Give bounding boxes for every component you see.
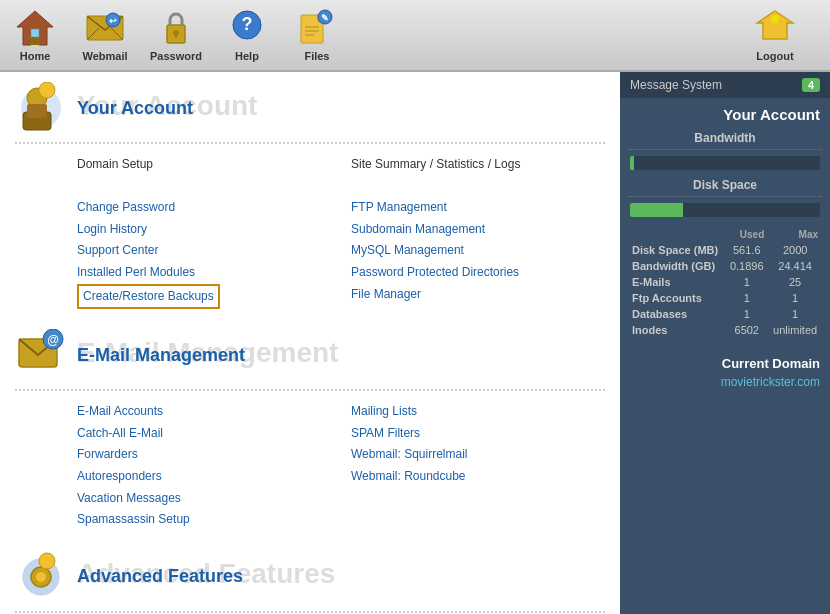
nav-home[interactable]: Home	[10, 8, 60, 62]
stats-row-max: 2000	[768, 242, 822, 258]
stats-row: Ftp Accounts 1 1	[628, 290, 822, 306]
logout-icon	[755, 8, 795, 48]
section-advanced-features: Advanced Features Advanced Features SSL …	[15, 551, 605, 614]
right-sidebar: Message System 4 Your Account Bandwidth …	[620, 72, 830, 614]
content-area: Your Account Your Account Domain Setup C…	[0, 72, 620, 614]
nav-password[interactable]: Password	[150, 8, 202, 62]
section-email-management: @ E-Mail Management E-Mail Management E-…	[15, 329, 605, 531]
message-system-bar: Message System 4	[620, 72, 830, 98]
stats-row-used: 0.1896	[725, 258, 768, 274]
password-icon	[156, 8, 196, 48]
webmail-icon: ↩	[85, 8, 125, 48]
nav-help[interactable]: ? Help	[222, 8, 272, 62]
link-site-summary: Site Summary / Statistics / Logs	[351, 154, 605, 176]
link-change-password[interactable]: Change Password	[77, 200, 175, 214]
stats-header-used: Used	[725, 227, 768, 242]
stats-row-used: 1	[725, 274, 768, 290]
stats-row-label: Ftp Accounts	[628, 290, 725, 306]
your-account-col2: Site Summary / Statistics / Logs FTP Man…	[351, 154, 605, 309]
nav-logout-label: Logout	[756, 50, 793, 62]
diskspace-progress-bar	[630, 203, 820, 217]
link-domain-setup: Domain Setup	[77, 154, 331, 176]
sidebar-your-account-title: Your Account	[620, 98, 830, 127]
stats-row: Disk Space (MB) 561.6 2000	[628, 242, 822, 258]
advanced-features-icon	[15, 551, 67, 603]
link-password-protected[interactable]: Password Protected Directories	[351, 265, 519, 279]
svg-rect-10	[175, 33, 177, 38]
email-col1: E-Mail Accounts Catch-All E-Mail Forward…	[77, 401, 331, 531]
your-account-title-wrap: Your Account Your Account	[77, 98, 193, 119]
nav-files[interactable]: ✎ Files	[292, 8, 342, 62]
email-title-wrap: E-Mail Management E-Mail Management	[77, 345, 245, 366]
your-account-col1: Domain Setup Change Password Login Histo…	[77, 154, 331, 309]
stats-row-label: Databases	[628, 306, 725, 322]
section-header-email: @ E-Mail Management E-Mail Management	[15, 329, 605, 381]
nav-files-label: Files	[304, 50, 329, 62]
link-webmail-roundcube[interactable]: Webmail: Roundcube	[351, 469, 466, 483]
link-spam-filters[interactable]: SPAM Filters	[351, 426, 420, 440]
link-autoresponders[interactable]: Autoresponders	[77, 469, 162, 483]
bandwidth-label: Bandwidth	[628, 127, 822, 150]
nav-logout[interactable]: Logout	[750, 8, 800, 62]
email-links: E-Mail Accounts Catch-All E-Mail Forward…	[15, 401, 605, 531]
stats-row-max: unlimited	[768, 322, 822, 338]
svg-text:↩: ↩	[109, 16, 117, 26]
your-account-title: Your Account	[77, 98, 193, 119]
link-create-restore[interactable]: Create/Restore Backups	[77, 284, 220, 310]
svg-rect-2	[31, 29, 39, 37]
main-layout: Your Account Your Account Domain Setup C…	[0, 72, 830, 614]
message-system-label: Message System	[630, 78, 722, 92]
advanced-title: Advanced Features	[77, 566, 243, 587]
stats-row-label: Inodes	[628, 322, 725, 338]
link-mysql-management[interactable]: MySQL Management	[351, 243, 464, 257]
stats-row: Databases 1 1	[628, 306, 822, 322]
message-count-badge[interactable]: 4	[802, 78, 820, 92]
advanced-title-wrap: Advanced Features Advanced Features	[77, 566, 243, 587]
email-col2: Mailing Lists SPAM Filters Webmail: Squi…	[351, 401, 605, 531]
bandwidth-progress-bar	[630, 156, 820, 170]
stats-row-max: 1	[768, 306, 822, 322]
svg-text:?: ?	[241, 14, 252, 34]
link-forwarders[interactable]: Forwarders	[77, 447, 138, 461]
section-header-your-account: Your Account Your Account	[15, 82, 605, 134]
link-file-manager[interactable]: File Manager	[351, 287, 421, 301]
stats-row-used: 6502	[725, 322, 768, 338]
section-header-advanced: Advanced Features Advanced Features	[15, 551, 605, 603]
link-ftp-management[interactable]: FTP Management	[351, 200, 447, 214]
your-account-icon	[15, 82, 67, 134]
nav-webmail-label: Webmail	[82, 50, 127, 62]
link-mailing-lists[interactable]: Mailing Lists	[351, 404, 417, 418]
home-icon	[15, 8, 55, 48]
stats-row-max: 1	[768, 290, 822, 306]
link-vacation-messages[interactable]: Vacation Messages	[77, 491, 181, 505]
advanced-divider	[15, 611, 605, 613]
stats-row: E-Mails 1 25	[628, 274, 822, 290]
link-login-history[interactable]: Login History	[77, 222, 147, 236]
stats-row-label: Bandwidth (GB)	[628, 258, 725, 274]
link-email-accounts[interactable]: E-Mail Accounts	[77, 404, 163, 418]
stats-row: Bandwidth (GB) 0.1896 24.414	[628, 258, 822, 274]
stats-row-used: 1	[725, 290, 768, 306]
stats-header-name	[628, 227, 725, 242]
link-catchall-email[interactable]: Catch-All E-Mail	[77, 426, 163, 440]
svg-rect-29	[27, 104, 47, 118]
section-your-account: Your Account Your Account Domain Setup C…	[15, 82, 605, 309]
stats-row-used: 1	[725, 306, 768, 322]
bandwidth-fill	[630, 156, 634, 170]
stats-row-label: Disk Space (MB)	[628, 242, 725, 258]
help-icon: ?	[227, 8, 267, 48]
nav-password-label: Password	[150, 50, 202, 62]
stats-row-max: 24.414	[768, 258, 822, 274]
link-webmail-squirrelmail[interactable]: Webmail: Squirrelmail	[351, 447, 467, 461]
stats-row-used: 561.6	[725, 242, 768, 258]
nav-webmail[interactable]: ↩ Webmail	[80, 8, 130, 62]
your-account-links: Domain Setup Change Password Login Histo…	[15, 154, 605, 309]
nav-home-label: Home	[20, 50, 51, 62]
link-installed-perl[interactable]: Installed Perl Modules	[77, 265, 195, 279]
diskspace-fill	[630, 203, 683, 217]
link-subdomain-management[interactable]: Subdomain Management	[351, 222, 485, 236]
link-spamassassin[interactable]: Spamassassin Setup	[77, 512, 190, 526]
link-support-center[interactable]: Support Center	[77, 243, 158, 257]
diskspace-label: Disk Space	[628, 174, 822, 197]
stats-header-max: Max	[768, 227, 822, 242]
